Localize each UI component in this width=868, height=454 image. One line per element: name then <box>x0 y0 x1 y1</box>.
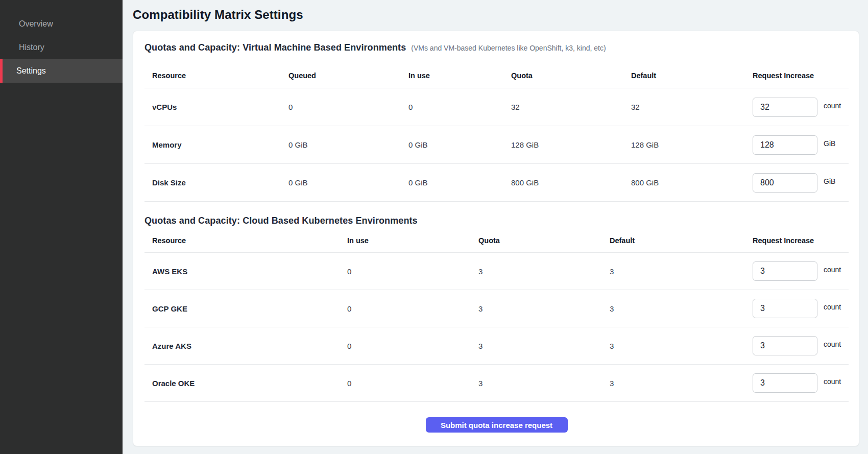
unit-label: count <box>824 102 841 110</box>
unit-label: count <box>824 377 841 386</box>
in-use-value: 0 <box>347 267 478 276</box>
k8s-section-title: Quotas and Capacity: Cloud Based Kuberne… <box>144 216 418 226</box>
column-header-resource: Resource <box>152 71 288 80</box>
quota-value: 3 <box>478 379 610 388</box>
submit-button-row: Submit quota increase request <box>144 402 849 433</box>
main-content: Compatibility Matrix Settings Quotas and… <box>123 0 868 454</box>
aws-eks-request-input[interactable] <box>753 261 817 281</box>
resource-name: AWS EKS <box>152 267 347 276</box>
vcpus-request-input[interactable] <box>753 98 817 117</box>
column-header-request-increase: Request Increase <box>753 71 849 80</box>
app-window: Overview History Settings Compatibility … <box>0 0 868 454</box>
in-use-value: 0 <box>347 379 478 388</box>
quota-value: 128 GiB <box>511 140 631 149</box>
k8s-quota-table: Resource In use Quota Default Request In… <box>144 226 849 402</box>
queued-value: 0 GiB <box>288 178 408 187</box>
page-title: Compatibility Matrix Settings <box>133 6 859 23</box>
unit-label: GiB <box>824 177 835 185</box>
sidebar-item-overview[interactable]: Overview <box>0 12 123 36</box>
default-value: 32 <box>631 103 753 111</box>
column-header-queued: Queued <box>288 71 408 80</box>
request-increase-cell: count <box>753 336 849 355</box>
quota-value: 800 GiB <box>511 178 631 187</box>
resource-name: vCPUs <box>152 103 288 111</box>
quota-settings-card: Quotas and Capacity: Virtual Machine Bas… <box>133 31 859 446</box>
vm-section-subtitle: (VMs and VM-based Kubernetes like OpenSh… <box>411 44 606 52</box>
in-use-value: 0 GiB <box>408 140 511 149</box>
table-row-gcp-gke: GCP GKE 0 3 3 count <box>144 290 849 327</box>
resource-name: Azure AKS <box>152 342 347 350</box>
gcp-gke-request-input[interactable] <box>753 299 817 318</box>
in-use-value: 0 <box>347 342 478 350</box>
memory-request-input[interactable] <box>753 135 817 155</box>
disk-size-request-input[interactable] <box>753 173 817 193</box>
request-increase-cell: count <box>753 373 849 393</box>
default-value: 800 GiB <box>631 178 753 187</box>
column-header-quota: Quota <box>478 236 610 245</box>
request-increase-cell: count <box>753 98 849 117</box>
in-use-value: 0 <box>408 103 511 111</box>
submit-quota-increase-button[interactable]: Submit quota increase request <box>426 417 568 433</box>
k8s-section-header: Quotas and Capacity: Cloud Based Kuberne… <box>144 216 849 226</box>
table-row-aws-eks: AWS EKS 0 3 3 count <box>144 253 849 290</box>
unit-label: count <box>824 266 841 274</box>
table-row-disk-size: Disk Size 0 GiB 0 GiB 800 GiB 800 GiB Gi… <box>144 164 849 202</box>
unit-label: count <box>824 303 841 311</box>
column-header-request-increase: Request Increase <box>753 236 849 245</box>
default-value: 128 GiB <box>631 140 753 149</box>
request-increase-cell: GiB <box>753 135 849 155</box>
in-use-value: 0 GiB <box>408 178 511 187</box>
default-value: 3 <box>610 267 753 276</box>
table-row-memory: Memory 0 GiB 0 GiB 128 GiB 128 GiB GiB <box>144 126 849 164</box>
table-row-oracle-oke: Oracle OKE 0 3 3 count <box>144 365 849 402</box>
default-value: 3 <box>610 379 753 388</box>
column-header-in-use: In use <box>347 236 478 245</box>
in-use-value: 0 <box>347 304 478 313</box>
queued-value: 0 GiB <box>288 140 408 149</box>
resource-name: Oracle OKE <box>152 379 347 388</box>
queued-value: 0 <box>288 103 408 111</box>
request-increase-cell: count <box>753 299 849 318</box>
sidebar-item-settings[interactable]: Settings <box>0 59 123 83</box>
vm-table-header-row: Resource Queued In use Quota Default Req… <box>144 53 849 88</box>
sidebar-item-label: Overview <box>19 19 53 29</box>
vm-section-header: Quotas and Capacity: Virtual Machine Bas… <box>144 42 849 53</box>
resource-name: Disk Size <box>152 178 288 187</box>
resource-name: GCP GKE <box>152 304 347 313</box>
column-header-default: Default <box>610 236 753 245</box>
oracle-oke-request-input[interactable] <box>753 373 817 393</box>
table-row-azure-aks: Azure AKS 0 3 3 count <box>144 327 849 365</box>
sidebar: Overview History Settings <box>0 0 123 454</box>
vm-section-title: Quotas and Capacity: Virtual Machine Bas… <box>144 42 406 53</box>
azure-aks-request-input[interactable] <box>753 336 817 355</box>
column-header-default: Default <box>631 71 753 80</box>
quota-value: 3 <box>478 342 610 350</box>
sidebar-item-label: History <box>19 43 44 52</box>
sidebar-item-history[interactable]: History <box>0 36 123 59</box>
request-increase-cell: count <box>753 261 849 281</box>
unit-label: GiB <box>824 139 835 148</box>
unit-label: count <box>824 340 841 348</box>
quota-value: 32 <box>511 103 631 111</box>
column-header-in-use: In use <box>408 71 511 80</box>
sidebar-item-label: Settings <box>16 66 46 76</box>
default-value: 3 <box>610 304 753 313</box>
quota-value: 3 <box>478 267 610 276</box>
default-value: 3 <box>610 342 753 350</box>
vm-quota-table: Resource Queued In use Quota Default Req… <box>144 53 849 202</box>
quota-value: 3 <box>478 304 610 313</box>
request-increase-cell: GiB <box>753 173 849 193</box>
resource-name: Memory <box>152 140 288 149</box>
k8s-table-header-row: Resource In use Quota Default Request In… <box>144 226 849 253</box>
column-header-resource: Resource <box>152 236 347 245</box>
table-row-vcpus: vCPUs 0 0 32 32 count <box>144 88 849 126</box>
column-header-quota: Quota <box>511 71 631 80</box>
